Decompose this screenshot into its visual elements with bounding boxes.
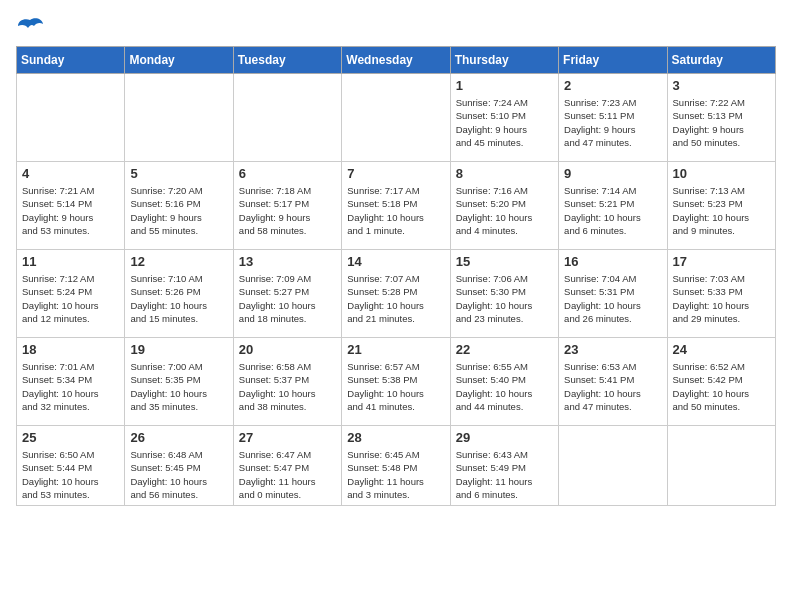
week-row-3: 11Sunrise: 7:12 AM Sunset: 5:24 PM Dayli… <box>17 250 776 338</box>
day-number: 25 <box>22 430 119 445</box>
day-cell: 16Sunrise: 7:04 AM Sunset: 5:31 PM Dayli… <box>559 250 667 338</box>
day-info: Sunrise: 6:57 AM Sunset: 5:38 PM Dayligh… <box>347 360 444 413</box>
day-number: 3 <box>673 78 770 93</box>
day-info: Sunrise: 7:09 AM Sunset: 5:27 PM Dayligh… <box>239 272 336 325</box>
day-number: 20 <box>239 342 336 357</box>
week-row-1: 1Sunrise: 7:24 AM Sunset: 5:10 PM Daylig… <box>17 74 776 162</box>
day-cell <box>342 74 450 162</box>
day-info: Sunrise: 6:55 AM Sunset: 5:40 PM Dayligh… <box>456 360 553 413</box>
day-cell: 24Sunrise: 6:52 AM Sunset: 5:42 PM Dayli… <box>667 338 775 426</box>
day-number: 14 <box>347 254 444 269</box>
day-number: 24 <box>673 342 770 357</box>
day-cell: 28Sunrise: 6:45 AM Sunset: 5:48 PM Dayli… <box>342 426 450 506</box>
day-cell: 18Sunrise: 7:01 AM Sunset: 5:34 PM Dayli… <box>17 338 125 426</box>
day-cell: 15Sunrise: 7:06 AM Sunset: 5:30 PM Dayli… <box>450 250 558 338</box>
day-info: Sunrise: 7:00 AM Sunset: 5:35 PM Dayligh… <box>130 360 227 413</box>
day-number: 12 <box>130 254 227 269</box>
day-info: Sunrise: 7:07 AM Sunset: 5:28 PM Dayligh… <box>347 272 444 325</box>
day-number: 10 <box>673 166 770 181</box>
day-info: Sunrise: 7:04 AM Sunset: 5:31 PM Dayligh… <box>564 272 661 325</box>
day-number: 1 <box>456 78 553 93</box>
day-cell: 17Sunrise: 7:03 AM Sunset: 5:33 PM Dayli… <box>667 250 775 338</box>
day-number: 16 <box>564 254 661 269</box>
day-info: Sunrise: 7:01 AM Sunset: 5:34 PM Dayligh… <box>22 360 119 413</box>
week-row-4: 18Sunrise: 7:01 AM Sunset: 5:34 PM Dayli… <box>17 338 776 426</box>
weekday-header-sunday: Sunday <box>17 47 125 74</box>
day-info: Sunrise: 6:45 AM Sunset: 5:48 PM Dayligh… <box>347 448 444 501</box>
day-number: 7 <box>347 166 444 181</box>
day-cell: 23Sunrise: 6:53 AM Sunset: 5:41 PM Dayli… <box>559 338 667 426</box>
day-info: Sunrise: 7:06 AM Sunset: 5:30 PM Dayligh… <box>456 272 553 325</box>
day-cell: 13Sunrise: 7:09 AM Sunset: 5:27 PM Dayli… <box>233 250 341 338</box>
day-number: 8 <box>456 166 553 181</box>
weekday-header-tuesday: Tuesday <box>233 47 341 74</box>
day-cell <box>233 74 341 162</box>
weekday-header-row: SundayMondayTuesdayWednesdayThursdayFrid… <box>17 47 776 74</box>
day-info: Sunrise: 7:21 AM Sunset: 5:14 PM Dayligh… <box>22 184 119 237</box>
weekday-header-wednesday: Wednesday <box>342 47 450 74</box>
day-cell: 20Sunrise: 6:58 AM Sunset: 5:37 PM Dayli… <box>233 338 341 426</box>
day-info: Sunrise: 6:47 AM Sunset: 5:47 PM Dayligh… <box>239 448 336 501</box>
day-cell: 4Sunrise: 7:21 AM Sunset: 5:14 PM Daylig… <box>17 162 125 250</box>
logo <box>16 16 48 36</box>
day-cell: 2Sunrise: 7:23 AM Sunset: 5:11 PM Daylig… <box>559 74 667 162</box>
day-cell: 19Sunrise: 7:00 AM Sunset: 5:35 PM Dayli… <box>125 338 233 426</box>
day-number: 19 <box>130 342 227 357</box>
day-cell: 11Sunrise: 7:12 AM Sunset: 5:24 PM Dayli… <box>17 250 125 338</box>
day-cell: 6Sunrise: 7:18 AM Sunset: 5:17 PM Daylig… <box>233 162 341 250</box>
day-cell: 1Sunrise: 7:24 AM Sunset: 5:10 PM Daylig… <box>450 74 558 162</box>
day-info: Sunrise: 7:23 AM Sunset: 5:11 PM Dayligh… <box>564 96 661 149</box>
week-row-2: 4Sunrise: 7:21 AM Sunset: 5:14 PM Daylig… <box>17 162 776 250</box>
day-number: 21 <box>347 342 444 357</box>
day-cell: 21Sunrise: 6:57 AM Sunset: 5:38 PM Dayli… <box>342 338 450 426</box>
day-cell: 22Sunrise: 6:55 AM Sunset: 5:40 PM Dayli… <box>450 338 558 426</box>
day-number: 15 <box>456 254 553 269</box>
day-cell: 29Sunrise: 6:43 AM Sunset: 5:49 PM Dayli… <box>450 426 558 506</box>
day-number: 9 <box>564 166 661 181</box>
day-info: Sunrise: 7:18 AM Sunset: 5:17 PM Dayligh… <box>239 184 336 237</box>
day-cell: 10Sunrise: 7:13 AM Sunset: 5:23 PM Dayli… <box>667 162 775 250</box>
day-cell: 3Sunrise: 7:22 AM Sunset: 5:13 PM Daylig… <box>667 74 775 162</box>
day-cell: 25Sunrise: 6:50 AM Sunset: 5:44 PM Dayli… <box>17 426 125 506</box>
day-cell: 5Sunrise: 7:20 AM Sunset: 5:16 PM Daylig… <box>125 162 233 250</box>
header <box>16 16 776 36</box>
weekday-header-thursday: Thursday <box>450 47 558 74</box>
day-number: 22 <box>456 342 553 357</box>
day-number: 2 <box>564 78 661 93</box>
day-cell <box>667 426 775 506</box>
day-number: 17 <box>673 254 770 269</box>
day-info: Sunrise: 7:17 AM Sunset: 5:18 PM Dayligh… <box>347 184 444 237</box>
day-cell: 27Sunrise: 6:47 AM Sunset: 5:47 PM Dayli… <box>233 426 341 506</box>
calendar-table: SundayMondayTuesdayWednesdayThursdayFrid… <box>16 46 776 506</box>
week-row-5: 25Sunrise: 6:50 AM Sunset: 5:44 PM Dayli… <box>17 426 776 506</box>
day-number: 4 <box>22 166 119 181</box>
weekday-header-monday: Monday <box>125 47 233 74</box>
day-info: Sunrise: 7:22 AM Sunset: 5:13 PM Dayligh… <box>673 96 770 149</box>
logo-bird-icon <box>16 16 44 36</box>
day-info: Sunrise: 7:12 AM Sunset: 5:24 PM Dayligh… <box>22 272 119 325</box>
day-cell: 14Sunrise: 7:07 AM Sunset: 5:28 PM Dayli… <box>342 250 450 338</box>
day-info: Sunrise: 6:53 AM Sunset: 5:41 PM Dayligh… <box>564 360 661 413</box>
day-number: 28 <box>347 430 444 445</box>
day-info: Sunrise: 6:58 AM Sunset: 5:37 PM Dayligh… <box>239 360 336 413</box>
day-info: Sunrise: 7:03 AM Sunset: 5:33 PM Dayligh… <box>673 272 770 325</box>
day-info: Sunrise: 7:24 AM Sunset: 5:10 PM Dayligh… <box>456 96 553 149</box>
day-cell: 7Sunrise: 7:17 AM Sunset: 5:18 PM Daylig… <box>342 162 450 250</box>
day-cell <box>17 74 125 162</box>
day-cell <box>125 74 233 162</box>
day-number: 27 <box>239 430 336 445</box>
day-info: Sunrise: 7:20 AM Sunset: 5:16 PM Dayligh… <box>130 184 227 237</box>
day-number: 6 <box>239 166 336 181</box>
weekday-header-saturday: Saturday <box>667 47 775 74</box>
day-info: Sunrise: 7:10 AM Sunset: 5:26 PM Dayligh… <box>130 272 227 325</box>
day-info: Sunrise: 7:16 AM Sunset: 5:20 PM Dayligh… <box>456 184 553 237</box>
day-cell: 9Sunrise: 7:14 AM Sunset: 5:21 PM Daylig… <box>559 162 667 250</box>
day-number: 23 <box>564 342 661 357</box>
day-number: 5 <box>130 166 227 181</box>
day-info: Sunrise: 6:48 AM Sunset: 5:45 PM Dayligh… <box>130 448 227 501</box>
day-info: Sunrise: 6:50 AM Sunset: 5:44 PM Dayligh… <box>22 448 119 501</box>
day-number: 29 <box>456 430 553 445</box>
day-info: Sunrise: 6:52 AM Sunset: 5:42 PM Dayligh… <box>673 360 770 413</box>
day-cell: 26Sunrise: 6:48 AM Sunset: 5:45 PM Dayli… <box>125 426 233 506</box>
day-number: 13 <box>239 254 336 269</box>
